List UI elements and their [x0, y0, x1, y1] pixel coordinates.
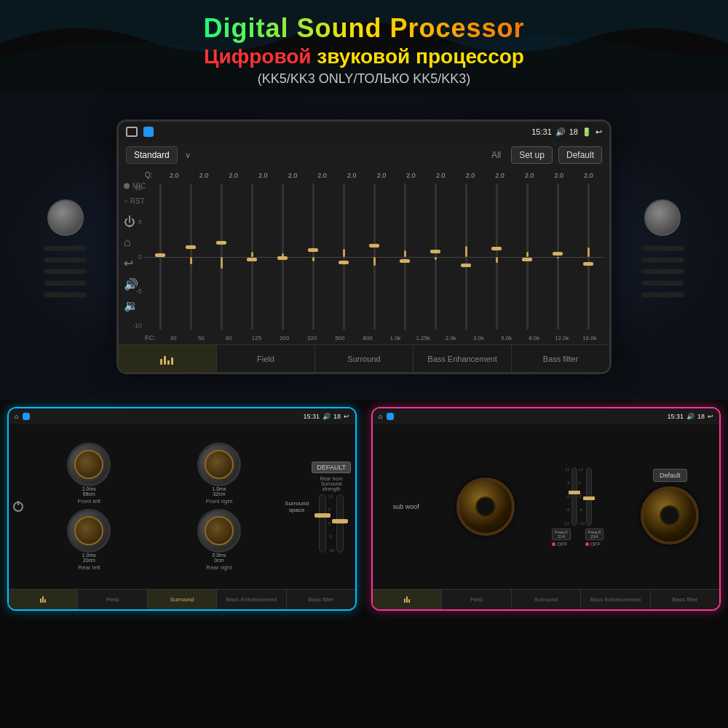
eq-slider[interactable] — [301, 183, 326, 330]
slider-fill — [221, 257, 223, 269]
off-badge-1: OFF — [552, 542, 570, 547]
default-badge[interactable]: DEFAULT — [312, 462, 351, 473]
slider-handle — [277, 256, 288, 260]
eq-slider[interactable] — [576, 183, 601, 330]
tab-surround[interactable]: Surround — [315, 345, 414, 372]
setup-button[interactable]: Set up — [511, 146, 553, 164]
scale-10: 10 — [328, 494, 335, 499]
eq-mini-icon-right — [404, 596, 410, 603]
q-values-row: Q: 2.02.02.02.02.02.02.02.02.02.02.02.02… — [124, 171, 604, 179]
panel-right-tabs: Field Surround Bass Enhancement Bass fil… — [373, 589, 719, 609]
panel-right-signal: 18 — [697, 413, 705, 420]
slider-track-2[interactable] — [586, 467, 592, 526]
eq-slider[interactable] — [545, 183, 571, 330]
mic-indicator: MIC — [124, 182, 146, 190]
eq-bar — [167, 360, 170, 365]
slider-handle-2 — [583, 496, 595, 500]
eq-slider[interactable] — [484, 183, 510, 330]
eq-slider[interactable] — [423, 183, 448, 330]
vol-up-button[interactable]: 🔊 — [124, 277, 146, 291]
scale-m12: -12 — [563, 521, 570, 526]
eq-slider[interactable] — [148, 183, 173, 330]
power-icon[interactable] — [13, 502, 23, 512]
status-right: 15:31 🔊 18 🔋 ↩ — [531, 127, 602, 137]
preset-button[interactable]: Standard — [126, 146, 178, 164]
tab-bass-enhancement[interactable]: Bass Enhancement — [414, 345, 512, 372]
status-bar: 15:31 🔊 18 🔋 ↩ — [119, 122, 609, 142]
panel-right-tab-surround[interactable]: Surround — [512, 590, 581, 609]
panel-right-tab-eq[interactable] — [373, 590, 442, 609]
back-button[interactable]: ↩ — [124, 256, 146, 270]
panel-tab-eq[interactable] — [9, 590, 78, 609]
q-value: 2.0 — [312, 172, 333, 179]
status-battery-icon: 🔋 — [582, 127, 592, 137]
off-label-2: OFF — [590, 542, 601, 547]
freq-value-2: Freq:0214 — [585, 529, 604, 540]
sub-woof-label: sub woof — [393, 503, 419, 510]
tab-field[interactable]: Field — [217, 345, 315, 372]
eq-slider[interactable] — [454, 183, 479, 330]
panel-left-controls — [13, 502, 23, 512]
slider-handle — [583, 262, 593, 266]
knob-rear-left-dial[interactable] — [67, 509, 111, 553]
right-default-button[interactable]: Default — [653, 469, 687, 482]
fader-scale: 10 5 0 -5 -10 — [328, 494, 335, 553]
fc-value: 8.0k — [523, 335, 545, 341]
eq-slider[interactable] — [270, 183, 296, 330]
vent-slot — [641, 245, 684, 251]
fc-value: 80 — [218, 335, 240, 341]
fc-value: 500 — [329, 335, 351, 341]
fader-left[interactable] — [319, 494, 326, 553]
knob-rear-right-dial[interactable] — [197, 509, 241, 553]
panel-right-tab-bass-filter[interactable]: Bass filter — [651, 590, 719, 609]
panel-right-tab-bass-enhancement[interactable]: Bass Enhancement — [581, 590, 650, 609]
tab-bass-enhancement-label: Bass Enhancement — [427, 355, 496, 363]
panel-left: ⌂ 15:31 🔊 18 ↩ — [7, 407, 357, 611]
default-button[interactable]: Default — [558, 146, 602, 164]
eq-slider[interactable] — [362, 183, 387, 330]
q-value: 2.0 — [578, 172, 600, 179]
fader-right[interactable] — [336, 494, 344, 553]
knob-front-left[interactable]: 2.0ms68cm Front left — [26, 443, 152, 505]
q-values: 2.02.02.02.02.02.02.02.02.02.02.02.02.02… — [159, 172, 604, 179]
tab-bass-filter[interactable]: Bass filter — [512, 345, 609, 372]
eq-slider[interactable] — [515, 183, 540, 330]
fc-values-row: FC: 3050801252003205008001.0k1.25k2.0k3.… — [124, 334, 604, 341]
knob-rear-right[interactable]: 0.0ms0cm Rear right — [157, 509, 282, 571]
scale-5: 5 — [328, 507, 335, 512]
tab-surround-label: Surround — [347, 355, 380, 363]
tab-eq[interactable] — [119, 345, 217, 372]
knob-rear-left[interactable]: 1.0ms20cm Rear left — [26, 509, 152, 571]
panel-tab-field[interactable]: Field — [78, 590, 147, 609]
eq-slider[interactable] — [209, 183, 234, 330]
eq-icon — [160, 353, 175, 365]
eq-slider[interactable] — [392, 183, 418, 330]
eq-bar — [408, 599, 410, 603]
vent-slot — [44, 269, 87, 274]
scale-6: 6 — [567, 480, 569, 485]
knob-front-left-value: 2.0ms68cm — [82, 486, 96, 496]
vol-down-button[interactable]: 🔉 — [124, 298, 146, 312]
panel-tab-bass-enhancement[interactable]: Bass Enhancement — [217, 590, 286, 609]
eq-bar — [164, 356, 166, 365]
knob-front-right-dial[interactable] — [197, 443, 241, 486]
panel-right-volume: 🔊 — [687, 413, 695, 420]
eq-slider[interactable] — [331, 183, 357, 330]
q-value: 2.0 — [459, 172, 481, 179]
panel-tab-surround[interactable]: Surround — [148, 590, 217, 609]
knob-front-left-label: Front left — [78, 498, 101, 505]
panel-tab-bass-filter[interactable]: Bass filter — [287, 590, 355, 609]
power-button[interactable]: ⏻ — [124, 215, 146, 229]
home-button[interactable]: ⌂ — [124, 236, 146, 249]
fc-label: FC: — [145, 334, 159, 341]
tab-field-label: Field — [257, 355, 274, 363]
knob-front-right[interactable]: 1.0ms32cm Front right — [157, 443, 282, 505]
panel-right-tab-field[interactable]: Field — [442, 590, 511, 609]
eq-sliders[interactable] — [145, 181, 604, 333]
eq-slider[interactable] — [178, 183, 204, 330]
slider-pair: 12 6 0 -6 -12 12 6 0 — [563, 467, 592, 526]
eq-slider[interactable] — [240, 183, 265, 330]
knob-front-left-dial[interactable] — [67, 443, 111, 486]
slider-track-1[interactable] — [571, 467, 577, 526]
bottom-panels: ⌂ 15:31 🔊 18 ↩ — [0, 400, 728, 618]
